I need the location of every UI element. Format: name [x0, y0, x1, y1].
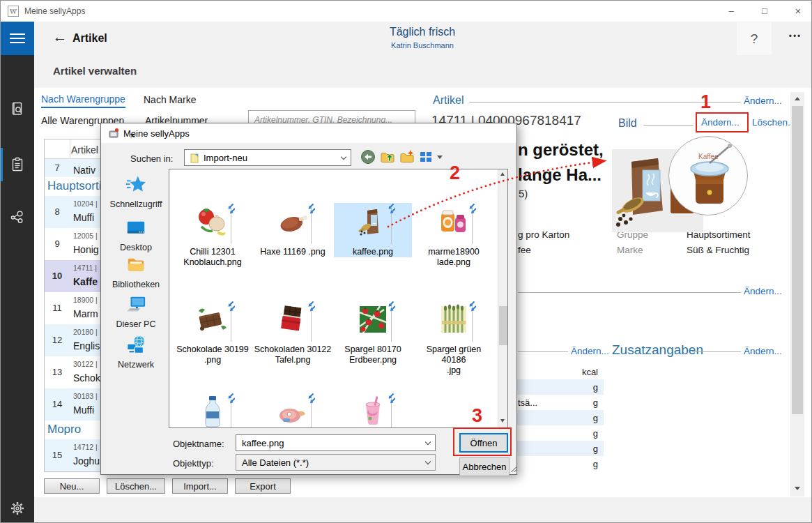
file-item[interactable]: marme18900lade.png — [415, 203, 493, 268]
scrollbar-thumb[interactable] — [792, 106, 803, 414]
file-thumbnail-schokolade — [194, 303, 231, 342]
mid-change-link[interactable]: Ändern... — [744, 286, 782, 296]
nav-articles-item[interactable] — [1, 148, 34, 181]
file-name: Schokoladen 30122Tafel.png — [254, 344, 332, 365]
file-thumbnail-schokolade-tafel — [274, 303, 312, 342]
compressed-arrows-icon — [224, 301, 235, 312]
file-name: Schokolade 30199.png — [174, 344, 252, 365]
file-thumbnail-chilli — [194, 205, 231, 244]
file-item[interactable]: Schokoladen 30122Tafel.png — [254, 301, 332, 365]
scroll-down-arrow[interactable] — [500, 419, 505, 423]
file-item[interactable] — [254, 393, 332, 428]
file-name: Haxe 11169 .png — [254, 247, 332, 257]
maximize-button[interactable]: □ — [750, 1, 779, 22]
file-item[interactable]: Schokolade 30199.png — [174, 301, 252, 365]
file-item[interactable] — [334, 393, 412, 428]
file-item[interactable]: Spargel 80170Erdbeer.png — [334, 301, 412, 365]
place-item-schnellzugriff[interactable]: Schnellzugriff — [105, 174, 167, 209]
filename-combo[interactable]: kaffee.png — [236, 434, 436, 451]
tab-by-marke[interactable]: Nach Marke — [144, 94, 196, 105]
nutrition-header-row: kcal — [513, 364, 604, 379]
svg-text:W: W — [10, 7, 17, 15]
footer-strip — [34, 497, 812, 523]
file-item[interactable]: Spargel grüen 40186.jpg — [415, 301, 493, 376]
main-scrollbar[interactable] — [790, 92, 804, 497]
file-item[interactable]: Haxe 11169 .png — [254, 203, 332, 257]
file-item[interactable]: Chilli 12301Knoblauch.png — [174, 203, 252, 268]
window-titlebar: W Meine sellyApps – □ × — [1, 1, 812, 22]
file-name: Spargel 80170Erdbeer.png — [334, 344, 412, 365]
place-item-dieser-pc[interactable]: Dieser PC — [105, 294, 167, 329]
page-subtitle: Artikel verwalten — [53, 65, 137, 77]
objektname-label: Objektname: — [173, 439, 224, 449]
bild-change-link[interactable]: Ändern... — [701, 117, 740, 128]
bild-section-label: Bild — [618, 117, 637, 130]
folder-file-icon — [189, 153, 200, 164]
minimize-button[interactable]: – — [717, 1, 746, 22]
compressed-arrows-icon — [304, 203, 315, 214]
scroll-up-arrow[interactable] — [500, 172, 505, 176]
more-menu-button[interactable]: ••• — [781, 31, 809, 48]
nav-catalog-search-item[interactable] — [1, 92, 34, 126]
clipboard-icon — [9, 156, 26, 173]
file-thumbnail-erdbeer — [354, 303, 392, 342]
view-menu-dropdown-arrow[interactable] — [437, 156, 443, 159]
filetype-combo[interactable]: Alle Dateien (*.*) — [236, 454, 436, 471]
export-button[interactable]: Export — [235, 478, 291, 494]
nav-rail — [1, 22, 34, 523]
file-list-scrollbar[interactable] — [498, 169, 507, 427]
place-item-netzwerk[interactable]: Netzwerk — [105, 335, 167, 370]
zusatz-change-link[interactable]: Ändern... — [744, 346, 782, 356]
up-folder-icon[interactable] — [380, 149, 395, 165]
share-icon — [9, 209, 26, 225]
place-item-desktop[interactable]: Desktop — [105, 218, 167, 252]
look-in-label: Suchen in: — [130, 153, 173, 164]
scroll-down-arrow[interactable] — [795, 487, 800, 490]
tab-by-warengruppe[interactable]: Nach Warengruppe — [41, 93, 125, 108]
compressed-arrows-icon — [224, 203, 235, 214]
scroll-up-arrow[interactable] — [795, 97, 800, 100]
nav-share-item[interactable] — [1, 200, 34, 234]
bild-delete-link[interactable]: Löschen... — [752, 117, 795, 128]
dialog-titlebar[interactable]: Meine sellyApps × — [101, 123, 516, 143]
catalog-search-icon — [9, 100, 26, 117]
hamburger-menu-button[interactable] — [1, 22, 34, 55]
gear-icon — [9, 500, 26, 517]
file-item[interactable]: kaffee.png — [334, 203, 412, 257]
file-thumbnail-haxe — [274, 205, 312, 244]
divider — [469, 102, 741, 103]
account-title: Täglich frisch — [307, 26, 537, 38]
back-button[interactable]: ← — [49, 29, 70, 48]
new-button[interactable]: Neu... — [44, 478, 100, 494]
svg-text:Kaffee: Kaffee — [698, 153, 719, 160]
place-item-bibliotheken[interactable]: Bibliotheken — [105, 255, 167, 289]
artikel-change-link[interactable]: Ändern... — [744, 96, 782, 106]
chevron-down-icon — [425, 459, 431, 464]
dialog-close-icon[interactable]: × — [123, 128, 141, 144]
delete-button[interactable]: Löschen... — [107, 478, 165, 494]
back-nav-icon[interactable] — [360, 149, 376, 165]
view-menu-icon[interactable] — [419, 149, 434, 165]
objekttyp-label: Objekttyp: — [173, 458, 214, 469]
coffee-grinder-illustration: Kaffee — [669, 137, 748, 215]
fragment-carton: g pro Karton — [518, 229, 569, 240]
app-window: W Meine sellyApps – □ × — [0, 0, 812, 523]
window-title: Meine sellyApps — [24, 6, 85, 16]
file-item[interactable] — [174, 393, 252, 428]
description-fragment-2: lange Ha... — [518, 165, 602, 185]
look-in-dropdown[interactable]: Import-neu — [184, 149, 351, 166]
bibliotheken-icon — [105, 255, 167, 278]
divider — [692, 351, 741, 352]
file-name: marme18900lade.png — [415, 247, 493, 268]
close-button[interactable]: × — [783, 1, 812, 22]
chevron-down-icon — [341, 154, 346, 160]
new-folder-icon[interactable] — [399, 149, 415, 165]
cancel-button[interactable]: Abbrechen — [459, 457, 510, 476]
resize-grip[interactable] — [510, 465, 516, 472]
help-button[interactable]: ? — [737, 22, 772, 55]
settings-item[interactable] — [1, 492, 34, 523]
scrollbar-thumb[interactable] — [499, 306, 507, 345]
import-button[interactable]: Import... — [172, 478, 228, 494]
nutrition-change-link[interactable]: Ändern... — [571, 346, 609, 356]
open-button[interactable]: Öffnen — [459, 433, 508, 453]
